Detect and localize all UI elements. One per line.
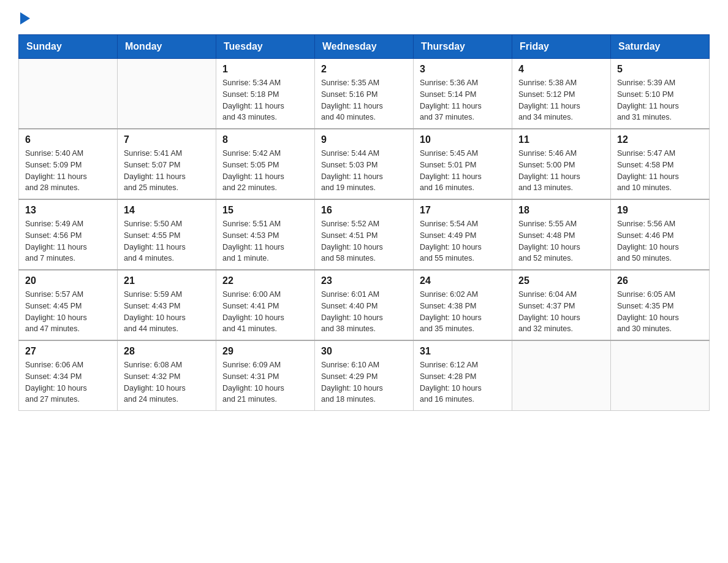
day-number: 27	[25, 346, 111, 357]
calendar-cell	[118, 59, 216, 129]
calendar-cell: 18Sunrise: 5:55 AM Sunset: 4:48 PM Dayli…	[512, 199, 611, 270]
day-number: 11	[518, 134, 604, 145]
day-info: Sunrise: 6:04 AM Sunset: 4:37 PM Dayligh…	[518, 289, 604, 335]
day-info: Sunrise: 5:39 AM Sunset: 5:10 PM Dayligh…	[617, 77, 703, 123]
day-number: 21	[124, 275, 210, 286]
calendar-cell: 22Sunrise: 6:00 AM Sunset: 4:41 PM Dayli…	[216, 270, 315, 340]
calendar-header-thursday: Thursday	[414, 35, 512, 59]
day-number: 15	[222, 205, 308, 216]
day-number: 23	[321, 275, 407, 286]
calendar-cell: 1Sunrise: 5:34 AM Sunset: 5:18 PM Daylig…	[216, 59, 315, 129]
day-info: Sunrise: 5:40 AM Sunset: 5:09 PM Dayligh…	[25, 148, 111, 194]
calendar-week-row: 27Sunrise: 6:06 AM Sunset: 4:34 PM Dayli…	[19, 340, 710, 411]
day-info: Sunrise: 6:02 AM Sunset: 4:38 PM Dayligh…	[420, 289, 506, 335]
calendar-cell: 19Sunrise: 5:56 AM Sunset: 4:46 PM Dayli…	[611, 199, 710, 270]
day-number: 4	[518, 64, 604, 75]
day-number: 31	[420, 346, 506, 357]
day-number: 28	[124, 346, 210, 357]
day-info: Sunrise: 5:59 AM Sunset: 4:43 PM Dayligh…	[124, 289, 210, 335]
calendar-cell: 14Sunrise: 5:50 AM Sunset: 4:55 PM Dayli…	[118, 199, 216, 270]
calendar-cell: 28Sunrise: 6:08 AM Sunset: 4:32 PM Dayli…	[118, 340, 216, 411]
day-number: 12	[617, 134, 703, 145]
day-number: 8	[222, 134, 308, 145]
calendar-cell: 16Sunrise: 5:52 AM Sunset: 4:51 PM Dayli…	[315, 199, 414, 270]
day-info: Sunrise: 6:10 AM Sunset: 4:29 PM Dayligh…	[321, 359, 407, 405]
calendar-header-wednesday: Wednesday	[315, 35, 414, 59]
day-number: 1	[222, 64, 308, 75]
day-info: Sunrise: 5:56 AM Sunset: 4:46 PM Dayligh…	[617, 218, 703, 264]
calendar-header-monday: Monday	[118, 35, 216, 59]
calendar-cell: 29Sunrise: 6:09 AM Sunset: 4:31 PM Dayli…	[216, 340, 315, 411]
day-info: Sunrise: 5:41 AM Sunset: 5:07 PM Dayligh…	[124, 148, 210, 194]
calendar-cell: 4Sunrise: 5:38 AM Sunset: 5:12 PM Daylig…	[512, 59, 611, 129]
calendar-cell: 5Sunrise: 5:39 AM Sunset: 5:10 PM Daylig…	[611, 59, 710, 129]
calendar-cell: 3Sunrise: 5:36 AM Sunset: 5:14 PM Daylig…	[414, 59, 512, 129]
calendar-cell: 20Sunrise: 5:57 AM Sunset: 4:45 PM Dayli…	[19, 270, 118, 340]
day-info: Sunrise: 5:49 AM Sunset: 4:56 PM Dayligh…	[25, 218, 111, 264]
day-info: Sunrise: 5:44 AM Sunset: 5:03 PM Dayligh…	[321, 148, 407, 194]
page-header	[18, 12, 710, 23]
calendar-week-row: 1Sunrise: 5:34 AM Sunset: 5:18 PM Daylig…	[19, 59, 710, 129]
day-number: 19	[617, 205, 703, 216]
day-number: 26	[617, 275, 703, 286]
day-info: Sunrise: 5:54 AM Sunset: 4:49 PM Dayligh…	[420, 218, 506, 264]
day-info: Sunrise: 5:47 AM Sunset: 4:58 PM Dayligh…	[617, 148, 703, 194]
day-info: Sunrise: 6:05 AM Sunset: 4:35 PM Dayligh…	[617, 289, 703, 335]
day-number: 6	[25, 134, 111, 145]
day-info: Sunrise: 5:45 AM Sunset: 5:01 PM Dayligh…	[420, 148, 506, 194]
calendar-cell: 6Sunrise: 5:40 AM Sunset: 5:09 PM Daylig…	[19, 129, 118, 199]
day-info: Sunrise: 5:51 AM Sunset: 4:53 PM Dayligh…	[222, 218, 308, 264]
day-info: Sunrise: 5:52 AM Sunset: 4:51 PM Dayligh…	[321, 218, 407, 264]
day-info: Sunrise: 6:01 AM Sunset: 4:40 PM Dayligh…	[321, 289, 407, 335]
day-number: 30	[321, 346, 407, 357]
calendar-cell: 30Sunrise: 6:10 AM Sunset: 4:29 PM Dayli…	[315, 340, 414, 411]
calendar-header-row: SundayMondayTuesdayWednesdayThursdayFrid…	[19, 35, 710, 59]
calendar-cell: 26Sunrise: 6:05 AM Sunset: 4:35 PM Dayli…	[611, 270, 710, 340]
calendar-cell	[611, 340, 710, 411]
day-number: 18	[518, 205, 604, 216]
calendar-header-saturday: Saturday	[611, 35, 710, 59]
day-info: Sunrise: 6:09 AM Sunset: 4:31 PM Dayligh…	[222, 359, 308, 405]
calendar-week-row: 20Sunrise: 5:57 AM Sunset: 4:45 PM Dayli…	[19, 270, 710, 340]
day-info: Sunrise: 5:35 AM Sunset: 5:16 PM Dayligh…	[321, 77, 407, 123]
day-info: Sunrise: 5:38 AM Sunset: 5:12 PM Dayligh…	[518, 77, 604, 123]
calendar-cell: 13Sunrise: 5:49 AM Sunset: 4:56 PM Dayli…	[19, 199, 118, 270]
calendar-header-tuesday: Tuesday	[216, 35, 315, 59]
day-number: 5	[617, 64, 703, 75]
logo-arrow-icon	[20, 12, 30, 25]
day-number: 9	[321, 134, 407, 145]
calendar-week-row: 6Sunrise: 5:40 AM Sunset: 5:09 PM Daylig…	[19, 129, 710, 199]
calendar-cell	[19, 59, 118, 129]
day-number: 14	[124, 205, 210, 216]
day-info: Sunrise: 5:50 AM Sunset: 4:55 PM Dayligh…	[124, 218, 210, 264]
day-info: Sunrise: 5:34 AM Sunset: 5:18 PM Dayligh…	[222, 77, 308, 123]
day-info: Sunrise: 5:42 AM Sunset: 5:05 PM Dayligh…	[222, 148, 308, 194]
day-info: Sunrise: 6:06 AM Sunset: 4:34 PM Dayligh…	[25, 359, 111, 405]
day-info: Sunrise: 5:57 AM Sunset: 4:45 PM Dayligh…	[25, 289, 111, 335]
day-number: 2	[321, 64, 407, 75]
day-number: 20	[25, 275, 111, 286]
calendar-cell: 17Sunrise: 5:54 AM Sunset: 4:49 PM Dayli…	[414, 199, 512, 270]
calendar-cell: 15Sunrise: 5:51 AM Sunset: 4:53 PM Dayli…	[216, 199, 315, 270]
day-number: 10	[420, 134, 506, 145]
calendar-cell: 23Sunrise: 6:01 AM Sunset: 4:40 PM Dayli…	[315, 270, 414, 340]
logo	[18, 12, 30, 23]
day-number: 7	[124, 134, 210, 145]
day-number: 29	[222, 346, 308, 357]
calendar-week-row: 13Sunrise: 5:49 AM Sunset: 4:56 PM Dayli…	[19, 199, 710, 270]
calendar-cell: 31Sunrise: 6:12 AM Sunset: 4:28 PM Dayli…	[414, 340, 512, 411]
calendar-header-friday: Friday	[512, 35, 611, 59]
calendar-cell: 27Sunrise: 6:06 AM Sunset: 4:34 PM Dayli…	[19, 340, 118, 411]
calendar-cell: 2Sunrise: 5:35 AM Sunset: 5:16 PM Daylig…	[315, 59, 414, 129]
day-info: Sunrise: 5:36 AM Sunset: 5:14 PM Dayligh…	[420, 77, 506, 123]
day-info: Sunrise: 5:55 AM Sunset: 4:48 PM Dayligh…	[518, 218, 604, 264]
day-info: Sunrise: 5:46 AM Sunset: 5:00 PM Dayligh…	[518, 148, 604, 194]
day-number: 13	[25, 205, 111, 216]
day-number: 22	[222, 275, 308, 286]
calendar-cell: 7Sunrise: 5:41 AM Sunset: 5:07 PM Daylig…	[118, 129, 216, 199]
day-number: 25	[518, 275, 604, 286]
calendar-cell: 10Sunrise: 5:45 AM Sunset: 5:01 PM Dayli…	[414, 129, 512, 199]
day-info: Sunrise: 6:08 AM Sunset: 4:32 PM Dayligh…	[124, 359, 210, 405]
calendar-cell: 25Sunrise: 6:04 AM Sunset: 4:37 PM Dayli…	[512, 270, 611, 340]
calendar-cell	[512, 340, 611, 411]
